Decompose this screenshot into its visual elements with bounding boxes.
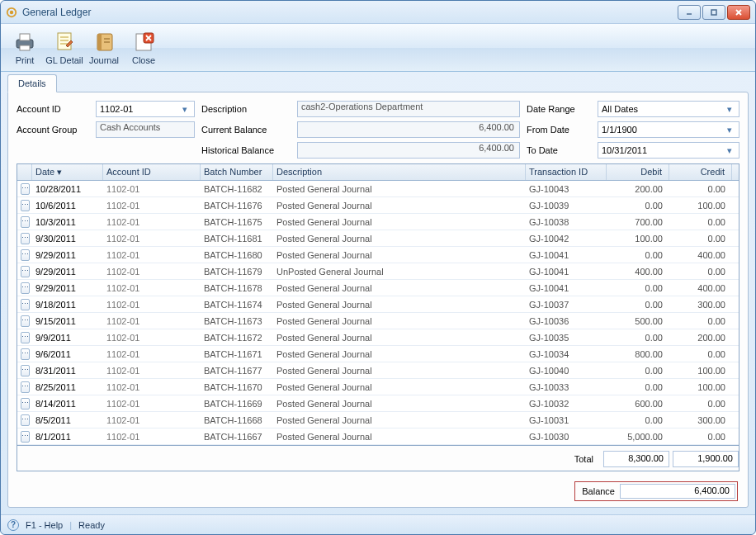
svg-rect-14 bbox=[97, 34, 102, 50]
table-row[interactable]: ⋯10/3/20111102-01BATCH-11675Posted Gener… bbox=[17, 214, 739, 230]
table-row[interactable]: ⋯8/5/20111102-01BATCH-11668Posted Genera… bbox=[17, 412, 739, 428]
help-text[interactable]: F1 - Help bbox=[26, 520, 63, 530]
cell-batch: BATCH-11678 bbox=[201, 283, 273, 293]
cell-batch: BATCH-11672 bbox=[201, 333, 273, 343]
from-date-value: 1/1/1900 bbox=[602, 125, 637, 135]
table-row[interactable]: ⋯10/6/20111102-01BATCH-11676Posted Gener… bbox=[17, 197, 739, 214]
row-detail-button[interactable]: ⋯ bbox=[21, 216, 30, 228]
cell-account: 1102-01 bbox=[103, 267, 201, 277]
details-panel: Account ID 1102-01 ▾ Description cash2-O… bbox=[7, 92, 749, 508]
cell-description: Posted General Journal bbox=[273, 201, 526, 211]
cell-date: 9/29/2011 bbox=[32, 267, 103, 277]
cell-description: Posted General Journal bbox=[273, 234, 526, 244]
grid-totals: Total 8,300.00 1,900.00 bbox=[17, 445, 739, 471]
row-detail-button[interactable]: ⋯ bbox=[21, 365, 30, 376]
row-detail-button[interactable]: ⋯ bbox=[21, 299, 30, 310]
cell-debit: 0.00 bbox=[607, 415, 669, 425]
label-from-date: From Date bbox=[527, 125, 591, 135]
row-detail-button[interactable]: ⋯ bbox=[21, 266, 30, 277]
chevron-down-icon: ▾ bbox=[724, 145, 735, 156]
date-range-combo[interactable]: All Dates ▾ bbox=[598, 101, 739, 117]
row-detail-button[interactable]: ⋯ bbox=[21, 233, 30, 244]
total-label: Total bbox=[568, 454, 600, 464]
row-detail-button[interactable]: ⋯ bbox=[21, 398, 30, 410]
cell-batch: BATCH-11671 bbox=[201, 349, 273, 359]
app-icon bbox=[6, 7, 17, 18]
print-button[interactable]: Print bbox=[6, 26, 44, 69]
table-row[interactable]: ⋯9/30/20111102-01BATCH-11681Posted Gener… bbox=[17, 230, 739, 247]
cell-debit: 0.00 bbox=[607, 283, 669, 293]
cell-credit: 100.00 bbox=[669, 366, 732, 376]
cell-description: Posted General Journal bbox=[273, 415, 526, 425]
row-detail-button[interactable]: ⋯ bbox=[21, 348, 30, 360]
cell-credit: 0.00 bbox=[669, 267, 732, 277]
row-detail-button[interactable]: ⋯ bbox=[21, 315, 30, 327]
label-to-date: To Date bbox=[527, 145, 591, 155]
cell-date: 8/5/2011 bbox=[32, 415, 103, 425]
cell-transaction: GJ-10040 bbox=[526, 366, 607, 376]
statusbar-separator: | bbox=[69, 520, 72, 530]
cell-debit: 400.00 bbox=[607, 267, 669, 277]
tab-details[interactable]: Details bbox=[7, 74, 57, 92]
row-detail-button[interactable]: ⋯ bbox=[21, 332, 30, 343]
close-icon bbox=[132, 31, 155, 54]
col-debit[interactable]: Debit bbox=[607, 164, 669, 180]
maximize-button[interactable] bbox=[702, 5, 725, 20]
table-row[interactable]: ⋯9/9/20111102-01BATCH-11672Posted Genera… bbox=[17, 329, 739, 346]
cell-account: 1102-01 bbox=[103, 399, 201, 409]
table-row[interactable]: ⋯9/29/20111102-01BATCH-11679UnPosted Gen… bbox=[17, 263, 739, 280]
table-row[interactable]: ⋯8/1/20111102-01BATCH-11667Posted Genera… bbox=[17, 428, 739, 445]
table-row[interactable]: ⋯10/28/20111102-01BATCH-11682Posted Gene… bbox=[17, 181, 739, 197]
row-detail-button[interactable]: ⋯ bbox=[21, 381, 30, 393]
cell-account: 1102-01 bbox=[103, 316, 201, 326]
table-row[interactable]: ⋯9/29/20111102-01BATCH-11678Posted Gener… bbox=[17, 280, 739, 296]
close-button[interactable]: Close bbox=[125, 26, 163, 69]
col-description[interactable]: Description bbox=[273, 164, 526, 180]
journal-button[interactable]: Journal bbox=[85, 26, 123, 69]
statusbar: ? F1 - Help | Ready bbox=[1, 514, 755, 534]
balance-value: 6,400.00 bbox=[620, 484, 735, 499]
col-batch-number[interactable]: Batch Number bbox=[201, 164, 273, 180]
row-detail-button[interactable]: ⋯ bbox=[21, 431, 30, 443]
table-row[interactable]: ⋯9/6/20111102-01BATCH-11671Posted Genera… bbox=[17, 346, 739, 362]
table-row[interactable]: ⋯9/18/20111102-01BATCH-11674Posted Gener… bbox=[17, 296, 739, 313]
close-window-button[interactable] bbox=[727, 5, 750, 20]
to-date-combo[interactable]: 10/31/2011 ▾ bbox=[598, 142, 739, 159]
cell-batch: BATCH-11676 bbox=[201, 201, 273, 211]
cell-transaction: GJ-10041 bbox=[526, 283, 607, 293]
minimize-button[interactable] bbox=[678, 5, 701, 20]
row-detail-button[interactable]: ⋯ bbox=[21, 183, 30, 195]
label-current-balance: Current Balance bbox=[201, 125, 291, 135]
gl-detail-button[interactable]: GL Detail bbox=[45, 26, 83, 69]
cell-date: 10/6/2011 bbox=[32, 201, 103, 211]
row-detail-button[interactable]: ⋯ bbox=[21, 414, 30, 426]
col-credit[interactable]: Credit bbox=[669, 164, 732, 180]
row-detail-button[interactable]: ⋯ bbox=[21, 249, 30, 261]
print-label: Print bbox=[16, 55, 35, 65]
titlebar[interactable]: General Ledger bbox=[1, 1, 755, 24]
col-transaction-id[interactable]: Transaction ID bbox=[526, 164, 607, 180]
col-expander[interactable] bbox=[17, 164, 32, 180]
table-row[interactable]: ⋯8/25/20111102-01BATCH-11670Posted Gener… bbox=[17, 379, 739, 395]
col-account-id[interactable]: Account ID bbox=[103, 164, 201, 180]
table-row[interactable]: ⋯8/31/20111102-01BATCH-11677Posted Gener… bbox=[17, 362, 739, 379]
account-id-combo[interactable]: 1102-01 ▾ bbox=[96, 101, 195, 117]
from-date-combo[interactable]: 1/1/1900 ▾ bbox=[598, 121, 739, 138]
toolbar: Print GL Detail Journal Close bbox=[1, 24, 755, 72]
help-icon[interactable]: ? bbox=[7, 519, 19, 531]
cell-date: 8/25/2011 bbox=[32, 382, 103, 392]
label-account-group: Account Group bbox=[17, 125, 89, 135]
col-date[interactable]: Date ▾ bbox=[32, 164, 103, 180]
cell-date: 8/14/2011 bbox=[32, 399, 103, 409]
table-row[interactable]: ⋯8/14/20111102-01BATCH-11669Posted Gener… bbox=[17, 395, 739, 412]
cell-date: 9/6/2011 bbox=[32, 349, 103, 359]
printer-icon bbox=[13, 31, 36, 54]
table-row[interactable]: ⋯9/15/20111102-01BATCH-11673Posted Gener… bbox=[17, 313, 739, 329]
row-detail-button[interactable]: ⋯ bbox=[21, 200, 30, 211]
cell-transaction: GJ-10043 bbox=[526, 184, 607, 194]
table-row[interactable]: ⋯9/29/20111102-01BATCH-11680Posted Gener… bbox=[17, 247, 739, 263]
row-detail-button[interactable]: ⋯ bbox=[21, 282, 30, 294]
grid-body[interactable]: ⋯10/28/20111102-01BATCH-11682Posted Gene… bbox=[17, 181, 739, 445]
svg-rect-3 bbox=[711, 10, 716, 15]
cell-debit: 0.00 bbox=[607, 300, 669, 310]
